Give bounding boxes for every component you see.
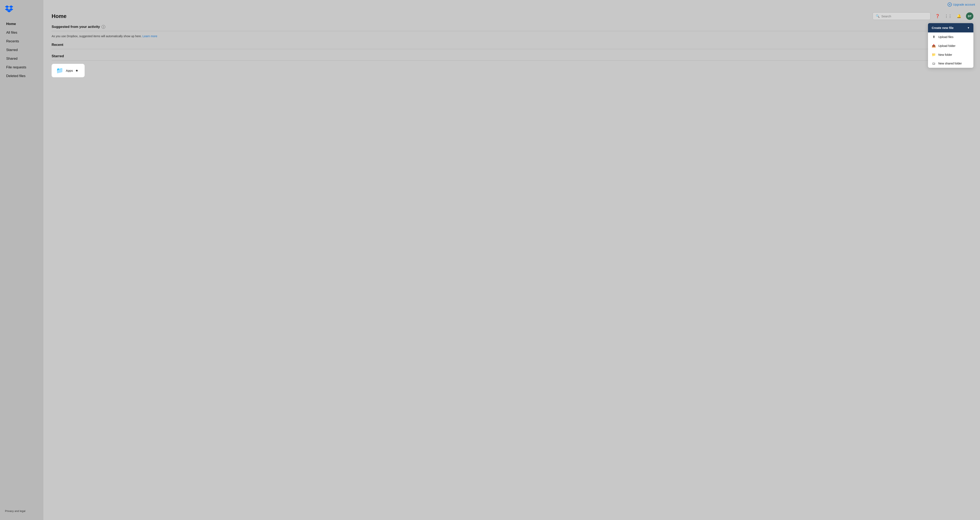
main-content: + Upgrade account Home 🔍 ❓ ⋮⋮	[43, 0, 980, 520]
search-input[interactable]	[881, 14, 928, 18]
header-controls: 🔍 ❓ ⋮⋮ 🔔 DT	[873, 13, 974, 20]
sidebar-item-recents[interactable]: Recents	[1, 37, 42, 45]
new-shared-folder-icon: 🗂	[932, 62, 936, 65]
upload-files-label: Upload files	[938, 35, 953, 38]
sidebar-item-deleted-files[interactable]: Deleted files	[1, 72, 42, 80]
starred-section-header: Starred Hide	[52, 54, 974, 61]
sidebar-item-starred[interactable]: Starred	[1, 46, 42, 54]
help-icon: ❓	[935, 14, 940, 18]
upload-files-item[interactable]: ⬆ Upload files	[928, 32, 974, 41]
suggested-title: Suggested from your activity i	[52, 25, 105, 29]
upgrade-label: Upgrade account	[953, 3, 975, 6]
notifications-button[interactable]: 🔔	[955, 13, 963, 20]
upload-folder-icon: 📤	[932, 44, 936, 48]
starred-title: Starred	[52, 54, 64, 58]
recent-title: Recent	[52, 43, 64, 47]
suggested-section: Suggested from your activity i Hide As y…	[52, 25, 974, 38]
content-header: Home 🔍 ❓ ⋮⋮ 🔔 DT	[52, 8, 974, 25]
apps-grid-icon: ⋮⋮	[945, 14, 952, 18]
sidebar: Home All files Recents Starred Shared Fi…	[0, 0, 43, 520]
create-new-file-button[interactable]: Create new file ▼	[928, 23, 974, 32]
page-title: Home	[52, 13, 67, 19]
avatar[interactable]: DT	[966, 13, 974, 20]
apps-button[interactable]: ⋮⋮	[945, 13, 952, 20]
new-shared-folder-label: New shared folder	[938, 62, 962, 65]
sidebar-item-home[interactable]: Home	[1, 20, 42, 28]
new-folder-item[interactable]: 📁 New folder	[928, 50, 974, 59]
dropdown-chevron-icon: ▼	[967, 26, 970, 29]
upload-files-icon: ⬆	[932, 35, 936, 39]
dropbox-logo-icon	[5, 5, 13, 13]
upload-folder-item[interactable]: 📤 Upload folder	[928, 41, 974, 50]
star-icon: ★	[75, 69, 78, 72]
upgrade-account-link[interactable]: + Upgrade account	[948, 3, 975, 6]
upgrade-icon: +	[948, 3, 952, 6]
create-new-file-label: Create new file	[932, 26, 954, 30]
new-folder-icon: 📁	[932, 53, 936, 57]
topbar: + Upgrade account	[43, 0, 980, 8]
privacy-legal-link[interactable]: Privacy and legal	[0, 506, 43, 516]
suggested-section-header: Suggested from your activity i Hide	[52, 25, 974, 31]
sidebar-item-all-files[interactable]: All files	[1, 29, 42, 37]
learn-more-link[interactable]: Learn more	[142, 35, 157, 38]
recent-section-header: Recent Show	[52, 43, 974, 49]
apps-folder-card[interactable]: 📁 Apps ★	[52, 64, 84, 77]
suggested-info-icon[interactable]: i	[102, 25, 105, 29]
sidebar-logo[interactable]	[0, 5, 43, 20]
search-bar[interactable]: 🔍	[873, 13, 931, 20]
folder-name: Apps	[66, 69, 73, 72]
new-shared-folder-item[interactable]: 🗂 New shared folder	[928, 59, 974, 68]
starred-section: Starred Hide 📁 Apps ★	[52, 54, 974, 77]
new-folder-label: New folder	[938, 53, 952, 56]
suggested-empty-message: As you use Dropbox, suggested items will…	[52, 35, 974, 38]
upload-folder-label: Upload folder	[938, 44, 955, 48]
content-area: Home 🔍 ❓ ⋮⋮ 🔔 DT	[43, 8, 980, 520]
bell-icon: 🔔	[957, 14, 961, 18]
search-icon: 🔍	[876, 14, 880, 18]
sidebar-item-shared[interactable]: Shared	[1, 54, 42, 63]
sidebar-item-file-requests[interactable]: File requests	[1, 63, 42, 72]
folder-icon: 📁	[56, 67, 64, 74]
sidebar-nav: Home All files Recents Starred Shared Fi…	[0, 20, 43, 506]
recent-section: Recent Show	[52, 43, 974, 49]
help-button[interactable]: ❓	[934, 13, 941, 20]
create-dropdown-panel: Create new file ▼ ⬆ Upload files 📤 Uploa…	[928, 23, 974, 68]
